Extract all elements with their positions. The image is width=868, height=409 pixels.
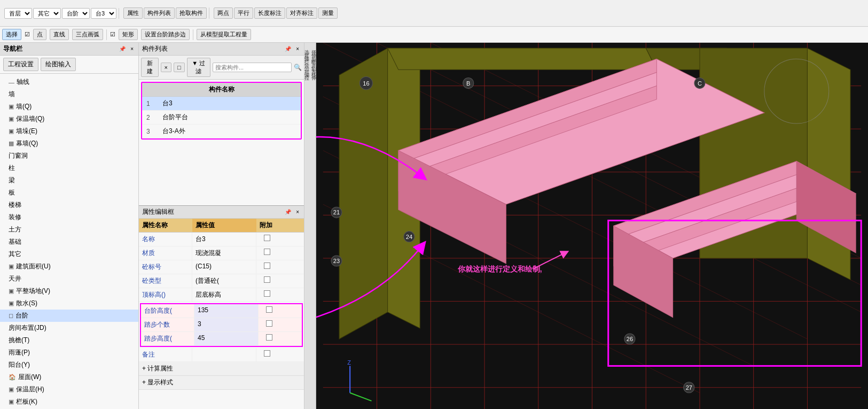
attr-row-material[interactable]: 材质 现浇混凝 bbox=[139, 246, 304, 260]
checkbox-material[interactable] bbox=[264, 249, 270, 255]
tree-item-canopy[interactable]: 挑檐(T) bbox=[0, 334, 138, 346]
attr-row-grade[interactable]: 砼标号 (C15) bbox=[139, 260, 304, 274]
project-settings-button[interactable]: 工程设置 bbox=[3, 58, 38, 71]
tree-item-other[interactable]: 其它 bbox=[0, 248, 138, 260]
arc-button[interactable]: 三点画弧 bbox=[72, 29, 103, 40]
vtb-offset[interactable]: 偏移 bbox=[304, 67, 318, 70]
table-row[interactable]: 2 台阶平台 bbox=[142, 111, 301, 125]
tree-item-stairs[interactable]: 楼梯 bbox=[0, 199, 138, 211]
tree-item-wall-q[interactable]: ▣ 墙(Q) bbox=[0, 101, 138, 113]
rect-button[interactable]: 矩形 bbox=[119, 29, 138, 40]
tree-item-earthwork[interactable]: 土方 bbox=[0, 223, 138, 236]
filter-comp-button[interactable]: ▼ 过滤 bbox=[187, 58, 210, 77]
checkbox-step-count[interactable] bbox=[266, 320, 272, 327]
attr-pin-button[interactable]: 📌 bbox=[283, 209, 293, 215]
attr-row-step-height[interactable]: 台阶高度( 135 bbox=[141, 304, 302, 318]
tree-item-balcony[interactable]: 阳台(Y) bbox=[0, 359, 138, 371]
attr-checkbox-step-height[interactable] bbox=[259, 304, 280, 318]
attr-checkbox-concrete-type[interactable] bbox=[256, 274, 278, 288]
stair-select[interactable]: 台阶 bbox=[62, 8, 90, 19]
tree-item-beam[interactable]: 梁 bbox=[0, 174, 138, 187]
checkbox-concrete-type[interactable] bbox=[264, 276, 270, 283]
stair-edge-button[interactable]: 设置台阶踏步边 bbox=[141, 29, 190, 40]
tree-item-apron[interactable]: ▣ 散水(S) bbox=[0, 297, 138, 310]
comp-list-button[interactable]: 构件列表 bbox=[144, 7, 175, 19]
display-style-section[interactable]: + 显示样式 bbox=[139, 376, 304, 390]
viewport-3d[interactable]: 16 B C 21 23 24 26 27 你就这样进行定义和绘制, bbox=[316, 43, 868, 409]
attr-value-step-rise[interactable]: 45 bbox=[194, 332, 259, 345]
checkbox-name[interactable] bbox=[264, 235, 270, 241]
copy-comp-button[interactable]: □ bbox=[174, 63, 185, 72]
vtb-break[interactable]: 打断 bbox=[304, 55, 318, 57]
comp-list-pin-button[interactable]: 📌 bbox=[283, 45, 293, 52]
two-point-button[interactable]: 两点 bbox=[214, 7, 233, 19]
attr-checkbox-grade[interactable] bbox=[256, 260, 278, 274]
checkbox-step-height[interactable] bbox=[266, 306, 272, 313]
tree-item-roof[interactable]: 🏠 屋面(W) bbox=[0, 371, 138, 383]
tree-item-floor-area[interactable]: ▣ 建筑面积(U) bbox=[0, 260, 138, 273]
tree-item-parapet[interactable]: ▣ 栏板(K) bbox=[0, 396, 138, 408]
tree-item-leveling[interactable]: ▣ 平整场地(V) bbox=[0, 285, 138, 297]
tree-item-foundation[interactable]: 基础 bbox=[0, 236, 138, 248]
attr-row-step-count[interactable]: 踏步个数 3 bbox=[141, 318, 302, 332]
table-row[interactable]: 3 台3-A外 bbox=[142, 125, 301, 138]
attr-checkbox-name[interactable] bbox=[256, 233, 278, 246]
pick-button[interactable]: 抢取构件 bbox=[176, 7, 207, 19]
vtb-merge[interactable]: 合并 bbox=[304, 58, 318, 60]
length-label-button[interactable]: 长度标注 bbox=[254, 7, 285, 19]
attr-checkbox-step-count[interactable] bbox=[259, 318, 280, 331]
attr-value-notes[interactable] bbox=[192, 348, 256, 361]
tree-item-slab[interactable]: 板 bbox=[0, 187, 138, 199]
search-icon[interactable]: 🔍 bbox=[294, 64, 302, 71]
attr-value-material[interactable]: 现浇混凝 bbox=[192, 246, 256, 260]
attr-value-name[interactable]: 台3 bbox=[192, 233, 256, 246]
attr-row-step-rise[interactable]: 踏步高度( 45 bbox=[141, 332, 302, 346]
attr-value-step-height[interactable]: 135 bbox=[194, 304, 259, 318]
checkbox-top-elev[interactable] bbox=[264, 290, 270, 297]
attr-checkbox-step-rise[interactable] bbox=[259, 332, 280, 345]
tree-item-curtain-wall[interactable]: ▦ 幕墙(Q) bbox=[0, 137, 138, 150]
extract-button[interactable]: 从模型提取工程量 bbox=[197, 29, 251, 40]
attr-value-grade[interactable]: (C15) bbox=[192, 260, 256, 274]
vtb-align[interactable]: 对齐 bbox=[304, 64, 318, 66]
tree-item-column[interactable]: 柱 bbox=[0, 162, 138, 174]
tree-item-steps[interactable]: ◻ 台阶 bbox=[0, 310, 138, 322]
parallel-button[interactable]: 平行 bbox=[234, 7, 253, 19]
line-button[interactable]: 直线 bbox=[50, 29, 69, 40]
prop-button[interactable]: 属性 bbox=[123, 7, 143, 19]
checkbox-notes[interactable] bbox=[264, 350, 270, 357]
other-select[interactable]: 其它 bbox=[33, 8, 61, 19]
tree-item-axis[interactable]: — 轴线 bbox=[0, 76, 138, 88]
tree-item-skylight[interactable]: 天井 bbox=[0, 273, 138, 285]
attr-value-top-elev[interactable]: 层底标高 bbox=[192, 288, 256, 302]
tree-item-wall-pier[interactable]: ▣ 墙垛(E) bbox=[0, 125, 138, 137]
attr-row-top-elev[interactable]: 顶标高() 层底标高 bbox=[139, 288, 304, 302]
floor-select[interactable]: 首层 bbox=[4, 8, 32, 19]
new-comp-button[interactable]: 新建 bbox=[141, 58, 159, 77]
vtb-trim[interactable]: 修剪 bbox=[304, 51, 318, 53]
attr-close-button[interactable]: × bbox=[294, 209, 301, 215]
stair3-select[interactable]: 台3 bbox=[91, 8, 116, 19]
vtb-select[interactable]: 选择 bbox=[304, 45, 318, 47]
checkbox-step-rise[interactable] bbox=[266, 334, 272, 341]
comp-list-close-button[interactable]: × bbox=[294, 45, 301, 52]
search-input[interactable] bbox=[213, 63, 292, 72]
attr-checkbox-material[interactable] bbox=[256, 246, 278, 260]
calc-props-section[interactable]: + 计算属性 bbox=[139, 362, 304, 376]
tree-item-wall[interactable]: 墙 bbox=[0, 88, 138, 101]
drawing-input-button[interactable]: 绘图输入 bbox=[41, 58, 76, 71]
measure-button[interactable]: 测量 bbox=[318, 7, 338, 19]
attr-checkbox-notes[interactable] bbox=[256, 348, 278, 361]
tree-item-insulation[interactable]: ▣ 保温层(H) bbox=[0, 383, 138, 396]
attr-row-notes[interactable]: 备注 bbox=[139, 348, 304, 362]
attr-row-name[interactable]: 名称 台3 bbox=[139, 233, 304, 246]
vtb-stretch[interactable]: 拉伸 bbox=[304, 71, 318, 73]
tree-item-insulation-wall[interactable]: ▣ 保温墙(Q) bbox=[0, 113, 138, 125]
vtb-split[interactable]: 分割 bbox=[304, 61, 318, 63]
align-label-button[interactable]: 对齐标注 bbox=[286, 7, 317, 19]
attr-value-concrete-type[interactable]: (普通砼( bbox=[192, 274, 256, 288]
select-button[interactable]: 选择 bbox=[2, 29, 21, 40]
checkbox-grade[interactable] bbox=[264, 263, 270, 269]
table-row[interactable]: 1 台3 bbox=[142, 97, 301, 111]
pin-button[interactable]: 📌 bbox=[118, 45, 127, 52]
